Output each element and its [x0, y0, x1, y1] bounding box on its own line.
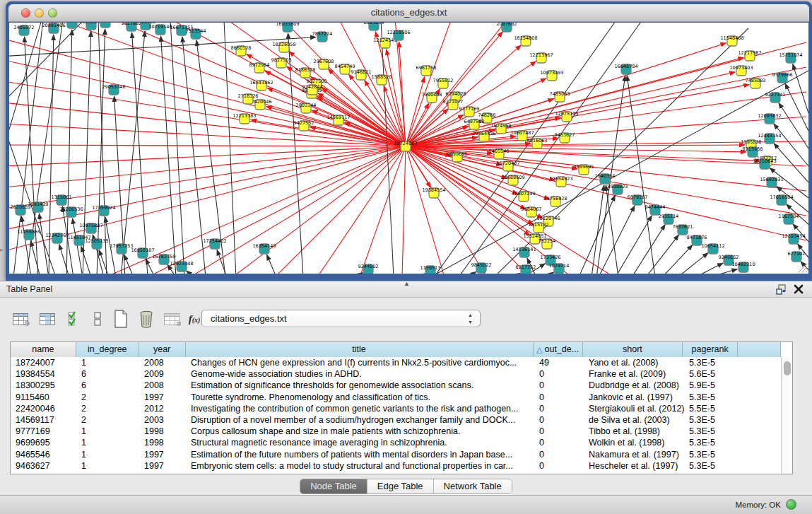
graph-node[interactable]: 16958107: [131, 247, 154, 258]
graph-node[interactable]: 8938923: [608, 184, 628, 194]
table-cell[interactable]: 49: [534, 357, 584, 368]
graph-node[interactable]: 17016504: [770, 194, 793, 205]
table-row[interactable]: 911546021997Tourette syndrome. Phenomeno…: [11, 392, 781, 403]
table-cell[interactable]: 0: [534, 426, 584, 437]
graph-node[interactable]: 16154808: [514, 35, 537, 46]
table-cell[interactable]: 1997: [139, 392, 186, 403]
graph-node[interactable]: 7990448: [422, 92, 442, 103]
graph-node[interactable]: 2803144: [296, 103, 317, 113]
table-cell[interactable]: Embryonic stem cells: a model to study s…: [186, 460, 534, 472]
graph-node[interactable]: 8186328: [295, 67, 316, 78]
tab-network-table[interactable]: Network Table: [434, 479, 512, 493]
memory-indicator-icon[interactable]: [786, 499, 796, 510]
table-cell[interactable]: Structural magnetic resonance image aver…: [186, 437, 534, 448]
tab-node-table[interactable]: Node Table: [300, 479, 367, 493]
table-cell[interactable]: 9465546: [11, 449, 76, 460]
table-cell[interactable]: 1998: [139, 437, 186, 448]
row-selector-button[interactable]: [87, 308, 108, 329]
graph-node[interactable]: 7513544: [186, 28, 206, 39]
table-cell[interactable]: Disruption of a novel member of a sodium…: [186, 414, 534, 426]
graph-node[interactable]: 12093832: [758, 113, 781, 124]
column-header-in_degree[interactable]: in_degree: [76, 342, 139, 357]
close-panel-button[interactable]: [792, 284, 805, 296]
graph-node[interactable]: 7485083: [746, 78, 766, 88]
graph-node[interactable]: 6961758: [416, 65, 437, 76]
table-cell[interactable]: Changes of HCN gene expression and I(f) …: [186, 357, 534, 368]
graph-node[interactable]: 2087682: [497, 23, 517, 32]
table-cell[interactable]: 2012: [139, 403, 186, 414]
table-cell[interactable]: 9115460: [11, 392, 76, 403]
table-cell[interactable]: 6: [76, 380, 139, 391]
graph-node[interactable]: 7632621: [673, 224, 693, 235]
table-cell[interactable]: 1: [76, 460, 139, 472]
table-cell[interactable]: Hescheler et al. (1997): [584, 460, 684, 472]
table-row[interactable]: 977716911998Corpus callosum shape and si…: [11, 426, 781, 437]
graph-node[interactable]: 9777169: [459, 106, 480, 117]
table-cell[interactable]: 2: [76, 403, 139, 414]
graph-node[interactable]: 10975887: [79, 223, 102, 233]
graph-node[interactable]: 1891439: [28, 201, 49, 212]
table-cell[interactable]: Stergiakouli et al. (2012): [584, 403, 684, 414]
graph-node[interactable]: 9227341: [765, 92, 786, 103]
table-row[interactable]: 1872400712008Changes of HCN gene express…: [11, 357, 781, 368]
table-cell[interactable]: Tourette syndrome. Phenomenology and cla…: [186, 392, 534, 403]
graph-node[interactable]: 10492210: [731, 262, 755, 272]
table-cell[interactable]: 5.3E-5: [684, 357, 739, 368]
column-header-out_de...[interactable]: △out_de...: [534, 342, 583, 357]
table-cell[interactable]: 18724007: [11, 357, 76, 368]
table-cell[interactable]: 2009: [139, 368, 186, 380]
table-cell[interactable]: 6: [76, 368, 139, 380]
graph-node[interactable]: 10688609: [501, 175, 524, 185]
graph-node[interactable]: 29053346: [102, 84, 125, 95]
table-cell[interactable]: Estimation of significance thresholds fo…: [186, 380, 534, 391]
window-titlebar[interactable]: citations_edges.txt: [8, 4, 809, 22]
graph-node[interactable]: 2405572: [14, 25, 35, 35]
graph-node[interactable]: 8660128: [231, 45, 252, 56]
graph-node[interactable]: 9427552: [294, 120, 314, 131]
graph-node[interactable]: 12213967: [529, 52, 553, 63]
table-cell[interactable]: 22420046: [11, 403, 76, 414]
table-cell[interactable]: 5.3E-5: [684, 392, 739, 403]
table-cell[interactable]: 5.3E-5: [684, 414, 739, 426]
graph-node[interactable]: 1315061: [52, 194, 72, 205]
table-cell[interactable]: Jankovic et al. (1997): [584, 392, 684, 403]
graph-node[interactable]: 9899695: [574, 164, 594, 175]
column-header-short[interactable]: short: [583, 342, 683, 357]
table-cell[interactable]: Nakamura et al. (1997): [584, 449, 684, 460]
show-column-button[interactable]: [37, 308, 58, 329]
table-cell[interactable]: de Silva et al. (2003): [584, 414, 684, 426]
table-scrollbar[interactable]: [781, 357, 792, 474]
table-mode-button[interactable]: ⚙: [10, 308, 31, 329]
graph-node[interactable]: 20206536: [59, 206, 83, 217]
table-cell[interactable]: 5.3E-5: [684, 437, 739, 448]
graph-node[interactable]: 2967608: [314, 59, 334, 69]
column-header-title[interactable]: title: [186, 342, 534, 357]
table-cell[interactable]: 19384554: [11, 368, 76, 380]
graph-node[interactable]: 1615132: [529, 222, 549, 233]
table-selector-dropdown[interactable]: citations_edges.txt ▲▼: [201, 310, 481, 327]
resize-grip-icon[interactable]: [799, 264, 807, 272]
table-cell[interactable]: Tibbo et al. (1998): [584, 426, 684, 437]
graph-node[interactable]: 7485063: [550, 91, 570, 102]
select-columns-button[interactable]: [64, 308, 85, 329]
column-header-year[interactable]: year: [139, 342, 186, 357]
graph-node[interactable]: 11156869: [17, 229, 40, 240]
table-cell[interactable]: 1: [76, 357, 139, 368]
graph-node[interactable]: 19384554: [422, 187, 445, 198]
table-cell[interactable]: 5.3E-5: [684, 460, 739, 472]
graph-node[interactable]: 16210643: [753, 158, 776, 169]
graph-node[interactable]: 1029214: [549, 263, 570, 274]
table-cell[interactable]: Franke et al. (2009): [584, 368, 684, 380]
table-cell[interactable]: Genome-wide association studies in ADHD.: [186, 368, 534, 380]
table-cell[interactable]: Dudbridge et al. (2008): [584, 380, 684, 391]
table-cell[interactable]: 1: [76, 426, 139, 437]
table-cell[interactable]: Wolkin et al. (1998): [584, 437, 684, 448]
graph-node[interactable]: 9146821: [351, 69, 372, 80]
table-panel-titlebar[interactable]: ▲ Table Panel: [0, 281, 812, 298]
graph-node[interactable]: 16033809: [276, 23, 299, 32]
table-cell[interactable]: Investigating the contribution of common…: [186, 403, 534, 414]
table-cell[interactable]: 0: [534, 392, 584, 403]
table-cell[interactable]: 2: [76, 414, 139, 426]
graph-node[interactable]: 7857224: [312, 31, 333, 42]
table-cell[interactable]: 9463627: [11, 460, 76, 472]
